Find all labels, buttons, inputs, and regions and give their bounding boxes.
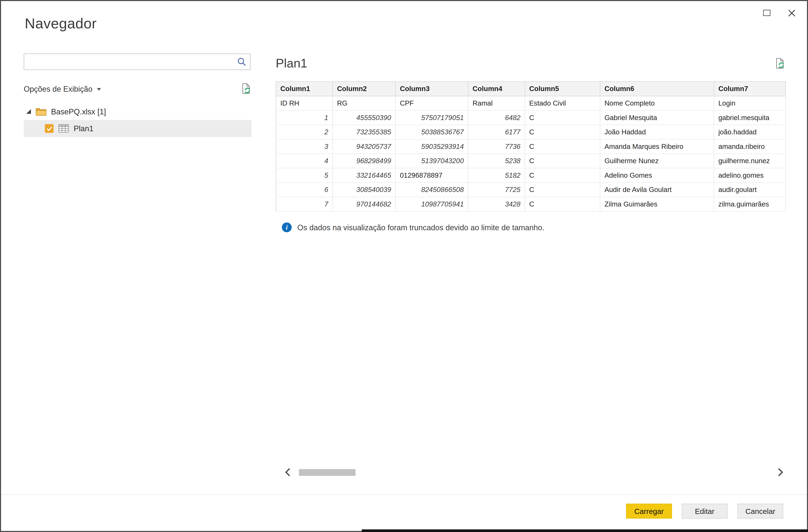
worksheet-icon bbox=[58, 124, 69, 133]
info-icon: i bbox=[282, 223, 292, 232]
table-cell: adelino.gomes bbox=[714, 168, 786, 183]
table-cell: RG bbox=[333, 96, 396, 111]
preview-pane: Plan1 Column1Column2Colum bbox=[276, 53, 785, 232]
table-cell: guilherme.nunez bbox=[714, 154, 786, 168]
table-cell: 6177 bbox=[468, 125, 525, 139]
scroll-right-icon[interactable] bbox=[778, 468, 783, 477]
table-cell: 7736 bbox=[468, 139, 525, 154]
table-header-row: Column1Column2Column3Column4Column5Colum… bbox=[276, 81, 786, 96]
table-row: 3943205737590352939147736CAmanda Marques… bbox=[276, 139, 786, 154]
table-cell: 6 bbox=[276, 183, 332, 197]
table-cell: 332164465 bbox=[333, 168, 396, 183]
search-icon[interactable] bbox=[237, 57, 246, 66]
scrollbar-thumb[interactable] bbox=[299, 469, 355, 476]
tree-item-workbook[interactable]: BasePQ.xlsx [1] bbox=[24, 103, 252, 120]
load-button[interactable]: Carregar bbox=[626, 504, 672, 518]
table-cell: Zilma Guimarães bbox=[600, 197, 714, 211]
table-cell: C bbox=[525, 197, 600, 211]
table-cell: 732355385 bbox=[333, 125, 396, 139]
close-button[interactable] bbox=[784, 6, 799, 20]
scrollbar-track[interactable] bbox=[297, 469, 772, 476]
table-cell: 01296878897 bbox=[396, 168, 468, 183]
table-cell: C bbox=[525, 125, 600, 139]
table-cell: 4 bbox=[276, 154, 332, 168]
options-row: Opções de Exibição bbox=[24, 82, 252, 95]
dialog-footer: Carregar Editar Cancelar bbox=[1, 494, 807, 532]
table-cell: CPF bbox=[396, 96, 468, 111]
table-row: 1455550390575071790516482CGabriel Mesqui… bbox=[276, 110, 786, 125]
window-controls bbox=[759, 6, 799, 20]
table-cell: 7725 bbox=[468, 183, 525, 197]
table-row: 2732355385503885367676177CJoão Haddadjoã… bbox=[276, 125, 786, 139]
column-header: Column6 bbox=[600, 81, 714, 96]
refresh-preview-icon[interactable] bbox=[774, 58, 785, 69]
table-row: 4968298499513970432005238CGuilherme Nune… bbox=[276, 154, 786, 168]
tree-item-sheet[interactable]: Plan1 bbox=[24, 120, 252, 137]
column-header: Column2 bbox=[333, 81, 396, 96]
display-options-label: Opções de Exibição bbox=[24, 84, 93, 93]
search-input[interactable] bbox=[24, 54, 237, 70]
table-cell: Login bbox=[714, 96, 786, 111]
table-cell: 5182 bbox=[468, 168, 525, 183]
table-cell: ID RH bbox=[276, 96, 332, 111]
table-cell: 5238 bbox=[468, 154, 525, 168]
preview-header: Plan1 bbox=[276, 53, 785, 74]
table-cell: C bbox=[525, 183, 600, 197]
table-cell: Ramal bbox=[468, 96, 525, 111]
table-cell: 7 bbox=[276, 197, 332, 211]
table-cell: zilma.guimarães bbox=[714, 197, 786, 211]
table-cell: Gabriel Mesquita bbox=[600, 110, 714, 125]
horizontal-scrollbar[interactable] bbox=[276, 467, 785, 477]
sheet-checkbox[interactable] bbox=[45, 124, 54, 133]
table-cell: C bbox=[525, 154, 600, 168]
table-cell: 6482 bbox=[468, 110, 525, 125]
preview-title: Plan1 bbox=[276, 56, 307, 71]
table-cell: C bbox=[525, 139, 600, 154]
table-cell: 308540039 bbox=[333, 183, 396, 197]
column-header: Column1 bbox=[276, 81, 332, 96]
maximize-icon bbox=[763, 10, 770, 16]
table-cell: Estado Civil bbox=[525, 96, 600, 111]
workbook-name: BasePQ.xlsx [1] bbox=[51, 107, 106, 116]
close-icon bbox=[788, 9, 795, 17]
table-cell: 968298499 bbox=[333, 154, 396, 168]
table-cell: 3428 bbox=[468, 197, 525, 211]
sheet-name: Plan1 bbox=[74, 124, 93, 133]
table-cell: 82450866508 bbox=[396, 183, 468, 197]
maximize-button[interactable] bbox=[759, 6, 774, 20]
table-row: 6308540039824508665087725CAudir de Avila… bbox=[276, 183, 786, 197]
display-options-dropdown[interactable]: Opções de Exibição bbox=[24, 84, 101, 93]
table-row: 5332164465012968788975182CAdelino Gomesa… bbox=[276, 168, 786, 183]
table-cell: 51397043200 bbox=[396, 154, 468, 168]
table-cell: 57507179051 bbox=[396, 110, 468, 125]
truncation-notice-row: i Os dados na visualização foram truncad… bbox=[276, 223, 785, 232]
check-icon bbox=[46, 126, 52, 131]
table-cell: Nome Completo bbox=[600, 96, 714, 111]
refresh-icon[interactable] bbox=[241, 83, 252, 94]
table-cell: 59035293914 bbox=[396, 139, 468, 154]
scroll-left-icon[interactable] bbox=[285, 468, 291, 477]
navigator-dialog: Navegador Opções de Exibição bbox=[0, 0, 808, 532]
column-header: Column5 bbox=[525, 81, 600, 96]
table-cell: C bbox=[525, 110, 600, 125]
table-cell: C bbox=[525, 168, 600, 183]
table-row: 7970144682109877059413428CZilma Guimarãe… bbox=[276, 197, 786, 211]
table-cell: João Haddad bbox=[600, 125, 714, 139]
table-cell: 970144682 bbox=[333, 197, 396, 211]
table-cell: audir.goulart bbox=[714, 183, 786, 197]
table-body: ID RHRGCPFRamalEstado CivilNome Completo… bbox=[276, 96, 786, 211]
truncation-notice: Os dados na visualização foram truncados… bbox=[297, 223, 544, 232]
table-cell: 50388536767 bbox=[396, 125, 468, 139]
cancel-button[interactable]: Cancelar bbox=[737, 504, 783, 518]
expanded-arrow-icon[interactable] bbox=[26, 109, 31, 114]
edit-button[interactable]: Editar bbox=[682, 504, 728, 518]
table-cell: gabriel.mesquita bbox=[714, 110, 786, 125]
table-cell: Adelino Gomes bbox=[600, 168, 714, 183]
table-cell: 1 bbox=[276, 110, 332, 125]
source-tree: BasePQ.xlsx [1] bbox=[24, 103, 252, 137]
window-bottom-edge bbox=[362, 530, 808, 532]
table-cell: 3 bbox=[276, 139, 332, 154]
preview-table: Column1Column2Column3Column4Column5Colum… bbox=[276, 81, 785, 212]
table-cell: 943205737 bbox=[333, 139, 396, 154]
column-header: Column7 bbox=[714, 81, 786, 96]
